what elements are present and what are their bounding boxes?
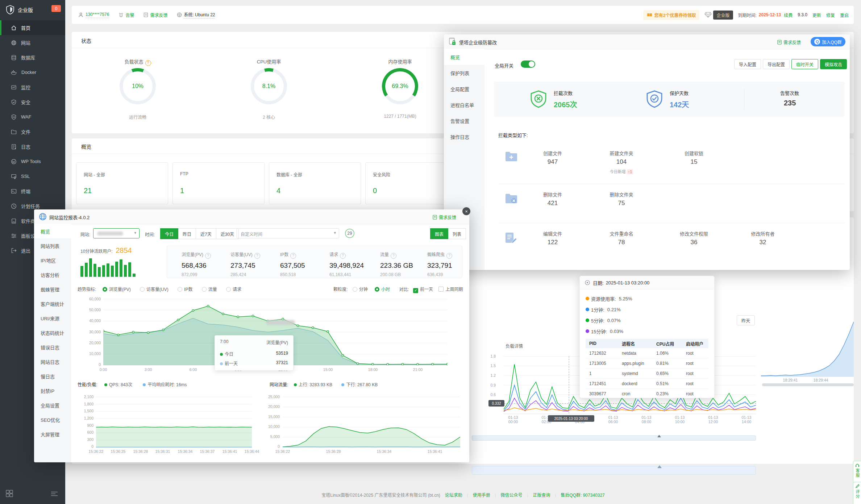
trend-option-req[interactable]: 请求: [226, 287, 241, 292]
sidebar-item-docker[interactable]: Docker: [0, 65, 65, 80]
footer-manual-link[interactable]: 使用手册: [473, 492, 490, 498]
global-switch-toggle[interactable]: [521, 61, 535, 68]
trend-option-pv[interactable]: 浏览量(PV): [103, 287, 131, 292]
time-tab-7days[interactable]: 近7天: [196, 228, 216, 239]
gran-minute[interactable]: 分钟: [353, 287, 368, 292]
sidebar-item-logs[interactable]: 日志: [0, 139, 65, 154]
report-menu-bigscreen[interactable]: 大屏管理: [34, 427, 71, 441]
compare-last-week[interactable]: 上周同期: [438, 287, 463, 292]
system-info[interactable]: 系统: Ubuntu 22: [177, 11, 215, 18]
tamper-menu-protect-list[interactable]: 保护列表: [444, 65, 484, 81]
footer-forum-link[interactable]: 论坛求助: [445, 492, 462, 498]
report-menu-spider[interactable]: 蜘蛛管理: [34, 282, 71, 296]
simulate-attack-button[interactable]: 模拟攻击: [820, 59, 847, 69]
sidebar-item-wp-tools[interactable]: WP Tools: [0, 154, 65, 169]
bottom-datazoom-handle-icon[interactable]: [657, 465, 662, 468]
trend-option-uv[interactable]: 访客量(UV): [140, 287, 169, 292]
renew-link[interactable]: 续费: [784, 12, 793, 18]
restart-link[interactable]: 重启: [840, 12, 849, 18]
site-select[interactable]: ▾: [93, 228, 140, 238]
edition-badge[interactable]: 企业版: [704, 11, 733, 20]
io-scrollbar[interactable]: [762, 383, 854, 386]
report-menu-slowlog[interactable]: 慢日志: [34, 369, 71, 383]
feedback-link[interactable]: 需求反馈: [144, 12, 167, 18]
report-menu-sitelog[interactable]: 网站日志: [34, 354, 71, 369]
tamper-menu-process-whitelist[interactable]: 进程白名单: [444, 97, 484, 113]
gran-hour[interactable]: 小时: [375, 287, 390, 292]
system-name[interactable]: 系统: Ubuntu 22: [184, 11, 215, 18]
custom-time-select[interactable]: 自定义时间 ▾: [237, 228, 339, 238]
support-tab[interactable]: 客服: [853, 461, 861, 484]
report-menu-statuscode[interactable]: 状态码统计: [34, 325, 71, 340]
time-tab-yesterday[interactable]: 昨日: [178, 228, 196, 239]
footer-genuine-link[interactable]: 正版查询: [533, 492, 550, 498]
tamper-menu-global-config[interactable]: 全局配置: [444, 81, 484, 97]
report-menu-site-list[interactable]: 网站列表: [34, 238, 71, 253]
report-menu-errorlog[interactable]: 错误日志: [34, 340, 71, 354]
sidebar-item-site[interactable]: 网站: [0, 35, 65, 50]
report-menu-banip[interactable]: 封禁IP: [34, 383, 71, 398]
sidebar-item-monitor[interactable]: 监控: [0, 80, 65, 95]
report-menu-seo[interactable]: SEO优化: [34, 412, 71, 427]
menu-collapse-icon[interactable]: [51, 491, 58, 496]
info-icon[interactable]: [340, 253, 346, 259]
bottom-datazoom-band[interactable]: [472, 466, 756, 475]
info-icon[interactable]: [446, 253, 452, 259]
close-icon[interactable]: ×: [462, 207, 470, 215]
trend-option-ip[interactable]: IP数: [178, 287, 192, 292]
report-menu-client[interactable]: 客户端统计: [34, 296, 71, 311]
coupon-badge[interactable]: 您有2个优惠券待领取: [643, 10, 700, 20]
compare-prev-day[interactable]: 前一天: [413, 287, 433, 292]
tamper-menu-alarm-settings[interactable]: 告警设置: [444, 113, 484, 129]
brand[interactable]: 企业版: [6, 5, 33, 14]
sidebar-item-security[interactable]: 安全: [0, 95, 65, 109]
footer-wechat-link[interactable]: 微信公众号: [501, 492, 523, 498]
overview-item-database[interactable]: 数据库 - 全部 4: [269, 162, 361, 204]
sidebar-item-database[interactable]: 数据库: [0, 50, 65, 65]
overview-item-risk[interactable]: 安全风险 0: [365, 162, 457, 204]
sidebar-item-waf[interactable]: WAF: [0, 109, 65, 124]
time-tab-30days[interactable]: 近30天: [216, 228, 239, 239]
view-tab-list[interactable]: 列表: [448, 228, 466, 239]
info-icon[interactable]: [254, 253, 260, 259]
repair-link[interactable]: 修复: [826, 12, 835, 18]
footer-qq-group[interactable]: 售后QQ群: 907340327: [561, 492, 604, 498]
info-icon[interactable]: [391, 253, 396, 259]
overview-item-ftp[interactable]: FTP 1: [172, 162, 265, 204]
sidebar-item-terminal[interactable]: 终端: [0, 184, 65, 199]
import-config-button[interactable]: 导入配置: [734, 59, 761, 69]
update-link[interactable]: 更新: [812, 12, 821, 18]
overview-item-sites[interactable]: 网站 - 全部 21: [76, 162, 168, 204]
info-icon[interactable]: [290, 253, 296, 259]
message-badge[interactable]: 0: [51, 5, 61, 12]
trend-option-flow[interactable]: 流量: [202, 287, 217, 292]
report-menu-overview[interactable]: 概览: [34, 224, 71, 238]
account-number[interactable]: 130****7576: [86, 12, 109, 18]
export-config-button[interactable]: 导出配置: [763, 59, 790, 69]
report-menu-visitor[interactable]: 访客分析: [34, 267, 71, 282]
datazoom-handle-icon[interactable]: [657, 435, 661, 437]
temp-switch-button[interactable]: 临时开关: [791, 59, 818, 69]
report-feedback-link[interactable]: 需求反馈: [433, 214, 456, 220]
layout-toggle-icon[interactable]: [6, 490, 13, 497]
load-help-icon[interactable]: [145, 60, 151, 66]
tamper-menu-overview[interactable]: 概览: [444, 49, 484, 65]
refresh-countdown[interactable]: 29: [345, 229, 354, 238]
sidebar-item-ssl[interactable]: SSL: [0, 169, 65, 184]
account-link[interactable]: 130****7576: [78, 12, 109, 18]
time-tab-today[interactable]: 今日: [160, 228, 178, 239]
rating-tab[interactable]: 评分: [853, 482, 861, 504]
report-menu-ip-region[interactable]: IP/地区: [34, 253, 71, 267]
report-menu-global[interactable]: 全局设置: [34, 398, 71, 412]
yesterday-button[interactable]: 昨天: [737, 315, 755, 325]
load-datazoom-slider[interactable]: [472, 436, 756, 441]
view-tab-chart[interactable]: 图表: [430, 228, 448, 239]
sidebar-item-home[interactable]: 首页: [0, 20, 65, 35]
report-menu-uri[interactable]: URI/来源: [34, 311, 71, 325]
tamper-feedback-link[interactable]: 需求反馈: [777, 39, 801, 45]
alarm-link[interactable]: 告警: [118, 12, 134, 18]
tamper-menu-operation-log[interactable]: 操作日志: [444, 129, 484, 145]
info-icon[interactable]: [205, 253, 211, 259]
join-qq-button[interactable]: Q 加入QQ群: [811, 37, 845, 46]
sidebar-item-files[interactable]: 文件: [0, 124, 65, 139]
